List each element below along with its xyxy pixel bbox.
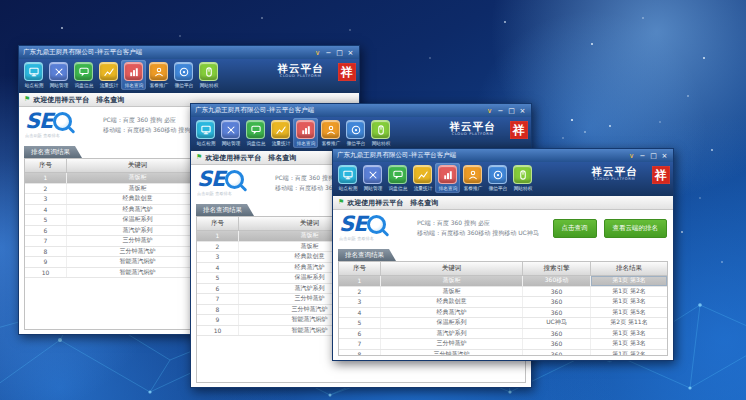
- close-button[interactable]: ×: [346, 48, 355, 58]
- toolbar-item-label: 站点检测: [24, 83, 43, 89]
- app-window-front[interactable]: 广东九鼎王厨具有限公司-祥云平台客户端 ∨−□× 站点检测网站管理询盘信息流量统…: [332, 148, 674, 361]
- table-cell: 保温柜系列: [67, 215, 209, 225]
- toolbar-item-site-manage[interactable]: 网站管理: [360, 163, 385, 193]
- table-cell: 3: [197, 252, 239, 262]
- cloud-ranking-button[interactable]: 查看云端的排名: [604, 219, 668, 238]
- window-controls: ∨−□×: [485, 106, 527, 116]
- table-row[interactable]: 5保温柜系列UC神马第2页 第11名: [339, 318, 667, 329]
- window-controls: ∨−□×: [313, 48, 355, 58]
- table-cell: 9: [197, 315, 239, 325]
- toolbar-item-wechat-platform[interactable]: 微信平台: [485, 163, 510, 193]
- window-title: 广东九鼎王厨具有限公司-祥云平台客户端: [195, 106, 485, 115]
- toolbar-item-promotion[interactable]: 套餐推广: [146, 60, 171, 90]
- toolbar-item-traffic-stats[interactable]: 流量统计: [410, 163, 435, 193]
- window-title: 广东九鼎王厨具有限公司-祥云平台客户端: [337, 151, 627, 160]
- section-title: 排名查询: [268, 153, 296, 163]
- table-cell: 4: [25, 205, 67, 215]
- magnifier-icon: [53, 112, 72, 131]
- minimize-button[interactable]: −: [496, 106, 505, 116]
- table-cell: 5: [197, 273, 239, 283]
- table-row[interactable]: 1蒸饭柜360移动第1页 第3名: [339, 276, 667, 287]
- toolbar-item-inquiry[interactable]: 询盘信息: [71, 60, 96, 90]
- toolbar-item-ranking-query[interactable]: 排名查询: [435, 163, 460, 193]
- table-cell: 经典蒸汽炉: [67, 205, 209, 215]
- brand-badge: 祥: [338, 63, 356, 81]
- table-cell: 2: [197, 242, 239, 252]
- toolbar-item-traffic-stats[interactable]: 流量统计: [96, 60, 121, 90]
- window-titlebar[interactable]: 广东九鼎王厨具有限公司-祥云平台客户端 ∨−□×: [191, 104, 531, 117]
- wechat-platform-icon: [174, 62, 193, 81]
- table-cell: 蒸饭柜: [381, 287, 523, 297]
- toolbar-item-privilege[interactable]: 网站特权: [196, 60, 221, 90]
- traffic-stats-icon: [271, 120, 290, 139]
- toolbar-item-label: 微信平台: [488, 186, 507, 192]
- toolbar-item-site-check[interactable]: 站点检测: [335, 163, 360, 193]
- table-cell: 2: [339, 287, 381, 297]
- toolbar-item-wechat-platform[interactable]: 微信平台: [343, 118, 368, 148]
- inquiry-icon: [74, 62, 93, 81]
- minimize-button[interactable]: −: [638, 151, 647, 161]
- results-tab[interactable]: 排名查询结果: [196, 204, 254, 216]
- close-button[interactable]: ×: [518, 106, 527, 116]
- toolbar-item-site-check[interactable]: 站点检测: [21, 60, 46, 90]
- skin-button[interactable]: ∨: [313, 48, 322, 58]
- toolbar-item-site-manage[interactable]: 网站管理: [46, 60, 71, 90]
- toolbar-item-privilege[interactable]: 网站特权: [510, 163, 535, 193]
- site-manage-icon: [221, 120, 240, 139]
- column-header: 序号: [197, 217, 239, 230]
- results-tab[interactable]: 排名查询结果: [24, 146, 82, 158]
- toolbar-item-label: 排名查询: [296, 141, 315, 147]
- table-cell: 第1页 第2名: [591, 350, 667, 357]
- close-button[interactable]: ×: [660, 151, 669, 161]
- skin-button[interactable]: ∨: [627, 151, 636, 161]
- promotion-icon: [463, 165, 482, 184]
- table-row[interactable]: 4经典蒸汽炉360第1页 第5名: [339, 308, 667, 319]
- column-header: 序号: [339, 262, 381, 275]
- skin-button[interactable]: ∨: [485, 106, 494, 116]
- toolbar-item-label: 网站管理: [363, 186, 382, 192]
- table-cell: 第1页 第5名: [591, 308, 667, 318]
- window-content: SE 点击刷新 查看排名 PC端：百度 360 搜狗 必应 移动端：百度移动 3…: [333, 210, 673, 360]
- query-button[interactable]: 点击查询: [553, 219, 597, 238]
- brand-logo: 祥云平台 CLOUD PLATFORM: [438, 121, 507, 137]
- toolbar-item-site-manage[interactable]: 网站管理: [218, 118, 243, 148]
- toolbar-item-promotion[interactable]: 套餐推广: [318, 118, 343, 148]
- toolbar-item-inquiry[interactable]: 询盘信息: [243, 118, 268, 148]
- table-cell: 经典款创意: [381, 297, 523, 307]
- toolbar-item-label: 站点检测: [196, 141, 215, 147]
- results-tab[interactable]: 排名查询结果: [338, 249, 396, 261]
- brand-logo: 祥云平台 CLOUD PLATFORM: [266, 63, 335, 79]
- toolbar-item-ranking-query[interactable]: 排名查询: [293, 118, 318, 148]
- table-row[interactable]: 6蒸汽炉系列360第1页 第3名: [339, 329, 667, 340]
- toolbar-item-label: 套餐推广: [463, 186, 482, 192]
- table-cell: 360: [523, 329, 591, 339]
- promotion-icon: [149, 62, 168, 81]
- maximize-button[interactable]: □: [335, 48, 344, 58]
- toolbar-item-label: 询盘信息: [246, 141, 265, 147]
- table-cell: 第1页 第3名: [591, 329, 667, 339]
- toolbar-item-label: 网站特权: [371, 141, 390, 147]
- table-row[interactable]: 2蒸饭柜360第1页 第2名: [339, 287, 667, 298]
- toolbar-item-privilege[interactable]: 网站特权: [368, 118, 393, 148]
- toolbar-item-wechat-platform[interactable]: 微信平台: [171, 60, 196, 90]
- toolbar-item-promotion[interactable]: 套餐推广: [460, 163, 485, 193]
- table-cell: 360: [523, 339, 591, 349]
- main-toolbar: 站点检测网站管理询盘信息流量统计排名查询套餐推广微信平台网站特权 祥云平台 CL…: [333, 162, 673, 196]
- brand-name: 祥云平台: [580, 166, 649, 177]
- table-row[interactable]: 3经典款创意360第1页 第3名: [339, 297, 667, 308]
- window-titlebar[interactable]: 广东九鼎王厨具有限公司-祥云平台客户端 ∨−□×: [333, 149, 673, 162]
- toolbar-item-traffic-stats[interactable]: 流量统计: [268, 118, 293, 148]
- privilege-icon: [199, 62, 218, 81]
- toolbar-item-site-check[interactable]: 站点检测: [193, 118, 218, 148]
- toolbar-item-ranking-query[interactable]: 排名查询: [121, 60, 146, 90]
- maximize-button[interactable]: □: [507, 106, 516, 116]
- table-row[interactable]: 8三分钟蒸汽炉360第1页 第2名: [339, 350, 667, 357]
- maximize-button[interactable]: □: [649, 151, 658, 161]
- table-row[interactable]: 7三分钟蒸炉360第1页 第3名: [339, 339, 667, 350]
- window-titlebar[interactable]: 广东九鼎王厨具有限公司-祥云平台客户端 ∨−□×: [19, 46, 359, 59]
- toolbar-item-inquiry[interactable]: 询盘信息: [385, 163, 410, 193]
- minimize-button[interactable]: −: [324, 48, 333, 58]
- site-check-icon: [338, 165, 357, 184]
- column-header: 关键词: [381, 262, 523, 275]
- magnifier-icon: [225, 170, 244, 189]
